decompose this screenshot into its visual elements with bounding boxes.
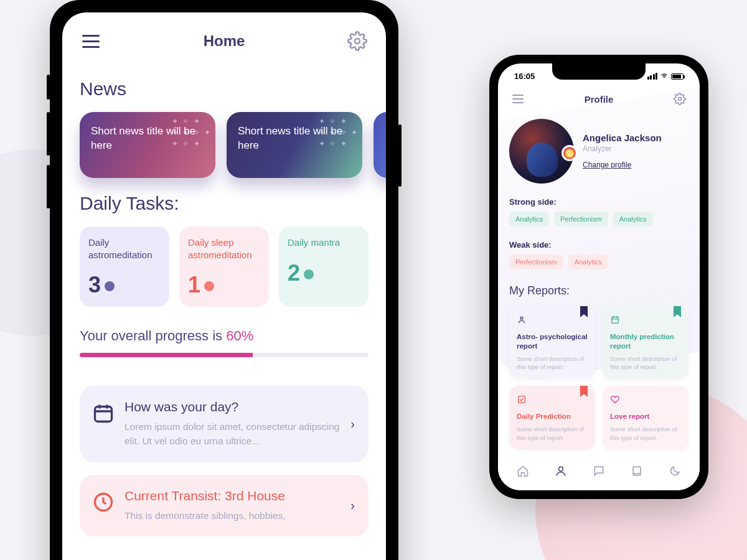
tab-home[interactable] [514,462,532,480]
svg-point-4 [520,317,523,319]
task-title: Daily mantra [288,236,360,249]
task-card[interactable]: Daily astromeditation 3 [80,226,169,307]
bookmark-icon [580,306,588,320]
svg-point-3 [679,98,682,101]
report-card[interactable]: Astro- psychological report Some short d… [509,306,595,378]
person-icon [517,315,588,327]
progress-label: Your overall progress is 60% [80,328,369,344]
page-title: Profile [585,94,614,105]
phone-notch [552,63,646,80]
wifi-icon [660,71,669,82]
news-card[interactable] [374,112,386,178]
report-card[interactable]: Daily Prediction Some short description … [509,386,595,449]
report-title: Monthly prediction report [610,332,681,351]
tab-chat[interactable] [590,462,608,480]
heart-icon [610,394,681,407]
task-dot-icon [304,269,314,279]
calendar-icon [92,402,115,424]
page-title: Home [204,32,245,50]
menu-icon[interactable] [510,91,525,106]
profile-header: Profile [509,83,688,115]
task-title: Daily astromeditation [88,236,161,261]
task-dot-icon [204,281,214,291]
chip[interactable]: Perfectionism [554,212,608,226]
svg-point-0 [355,39,360,44]
phone-frame-home: Home News Short news title will be here … [50,0,398,560]
weak-chips: Perfectionism Analytics [509,254,688,269]
reports-heading: My Reports: [509,284,688,297]
chip[interactable]: Analytics [509,212,549,226]
svg-point-7 [559,467,563,471]
strong-chips: Analytics Perfectionism Analytics [509,212,688,226]
chip[interactable]: Analytics [613,212,653,226]
tasks-row: Daily astromeditation 3 Daily sleep astr… [80,226,369,307]
profile-role: Analyzer [583,144,662,153]
transit-card[interactable]: Current Transist: 3rd House This is demo… [80,475,369,536]
clock-icon [92,491,115,513]
day-mood-card[interactable]: How was your day? Lorem ipsum dolor sit … [80,386,369,462]
card-desc: Lorem ipsum dolor sit amet, consectetur … [125,419,341,449]
calendar-icon [610,315,681,327]
tab-night[interactable] [666,462,684,480]
news-carousel[interactable]: Short news title will be here ✦ ✧ ✦✧ ✦ ✧… [80,112,369,178]
battery-icon [671,73,684,80]
tab-bar [498,452,700,490]
stars-decor: ✦ ✧ ✦✧ ✦ ✧ ✦✦ ✧ ✦ [319,116,359,149]
report-title: Daily Prediction [517,412,588,421]
weak-side-label: Weak side: [509,240,688,250]
gear-icon[interactable] [672,91,687,106]
svg-rect-5 [612,317,619,323]
checkbox-icon [517,394,588,407]
bookmark-icon [674,306,681,320]
chevron-right-icon: › [350,417,355,431]
progress-bar [80,353,369,357]
reports-grid: Astro- psychological report Some short d… [509,306,688,449]
report-desc: Some short description of this type of r… [517,425,588,442]
card-desc: This is demonstrate siblings, hobbies, [125,508,341,523]
home-header: Home [80,12,369,63]
report-title: Astro- psychological report [517,332,588,351]
news-card[interactable]: Short news title will be here ✦ ✧ ✦✧ ✦ ✧… [227,112,362,178]
card-title: How was your day? [125,399,341,414]
progress-fill [80,353,253,357]
strong-side-label: Strong side: [509,197,688,207]
status-time: 16:05 [514,72,535,81]
task-count: 2 [288,260,300,286]
task-card[interactable]: Daily sleep astromeditation 1 [179,226,269,307]
news-heading: News [80,78,369,100]
task-count: 1 [188,272,200,298]
report-card[interactable]: Love report Some short description of th… [603,386,688,449]
menu-icon[interactable] [80,30,102,52]
task-card[interactable]: Daily mantra 2 [279,226,369,307]
tab-profile[interactable] [552,462,570,480]
report-desc: Some short description of this type of r… [517,355,588,371]
phone-frame-profile: 16:05 Profile ♋ [489,55,708,499]
tab-library[interactable] [628,462,646,480]
report-desc: Some short description of this type of r… [610,355,681,371]
svg-rect-1 [95,407,112,422]
task-dot-icon [105,281,115,291]
gear-icon[interactable] [346,30,369,52]
report-desc: Some short description of this type of r… [610,425,681,442]
progress-pct: 60% [226,328,253,343]
profile-summary: ♋ Angelica Jackson Analyzer Change profi… [509,119,688,184]
zodiac-badge-icon: ♋ [561,145,578,161]
svg-rect-6 [519,396,525,403]
report-card[interactable]: Monthly prediction report Some short des… [603,306,688,378]
change-profile-link[interactable]: Change profile [583,161,631,169]
signal-icon [647,73,658,80]
report-title: Love report [610,412,681,421]
task-title: Daily sleep astromeditation [188,236,260,261]
chip[interactable]: Analytics [568,254,608,269]
news-card[interactable]: Short news title will be here ✦ ✧ ✦✧ ✦ ✧… [80,112,215,178]
tasks-heading: Daily Tasks: [80,193,369,214]
task-count: 3 [88,272,101,298]
chevron-right-icon: › [350,498,355,513]
card-title: Current Transist: 3rd House [125,488,341,503]
stars-decor: ✦ ✧ ✦✧ ✦ ✧ ✦✦ ✧ ✦ [172,116,212,149]
profile-name: Angelica Jackson [583,133,662,143]
chip[interactable]: Perfectionism [509,254,563,269]
bookmark-icon [580,386,588,399]
